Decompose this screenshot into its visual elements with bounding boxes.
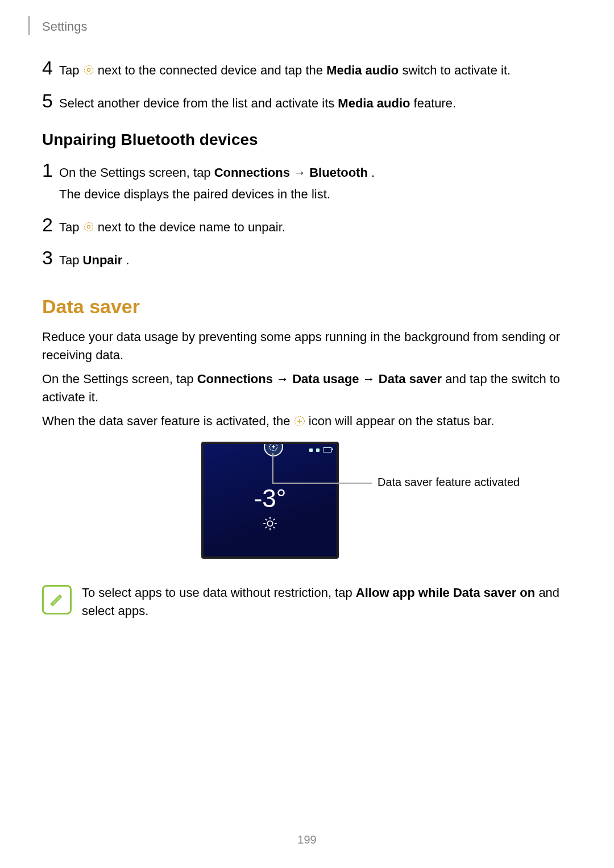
- battery-icon: [323, 447, 332, 452]
- heading-data-saver: Data saver: [42, 296, 572, 318]
- text: feature.: [414, 96, 457, 110]
- text: switch to activate it.: [402, 63, 511, 77]
- phone-frame: -3°: [201, 442, 339, 559]
- phone-center: -3°: [204, 486, 337, 531]
- step-number: 2: [42, 215, 59, 234]
- signal-icon: [316, 448, 320, 452]
- header-divider: [28, 16, 30, 35]
- subheading-unpairing: Unpairing Bluetooth devices: [42, 131, 572, 149]
- step-number: 1: [42, 160, 59, 180]
- step-number: 3: [42, 248, 59, 267]
- para: Reduce your data usage by preventing som…: [42, 328, 572, 364]
- text-bold: Data usage: [292, 372, 359, 386]
- step-number: 4: [42, 58, 59, 77]
- svg-point-2: [84, 223, 93, 231]
- svg-line-11: [265, 519, 267, 520]
- text-bold: Data saver: [379, 372, 442, 386]
- callout-label: Data saver feature activated: [377, 476, 520, 489]
- figure-data-saver: -3°: [42, 442, 572, 578]
- note-body: To select apps to use data without restr…: [82, 584, 572, 620]
- unpair-step-2: 2 Tap next to the device name to unpair.: [42, 215, 572, 240]
- svg-line-12: [273, 527, 275, 528]
- page-number: 199: [0, 833, 614, 846]
- unpair-step-1: 1 On the Settings screen, tap Connection…: [42, 160, 572, 207]
- text-bold: Unpair: [83, 253, 123, 267]
- svg-point-6: [267, 521, 272, 526]
- phone-status-bar: [309, 447, 332, 452]
- text: When the data saver feature is activated…: [42, 414, 294, 428]
- text-bold: Media audio: [326, 63, 399, 77]
- callout-line: [272, 453, 273, 484]
- unpair-step-3: 3 Tap Unpair .: [42, 248, 572, 273]
- text: Tap: [59, 253, 83, 267]
- temperature-value: -3°: [204, 486, 337, 511]
- text: next to the device name to unpair.: [98, 220, 285, 234]
- text: Select another device from the list and …: [59, 96, 338, 110]
- text: On the Settings screen, tap: [42, 372, 197, 386]
- text: →: [276, 372, 292, 386]
- text-bold: Media audio: [338, 96, 410, 110]
- callout-line: [272, 483, 339, 484]
- callout-line: [339, 483, 372, 484]
- svg-line-15: [51, 594, 63, 605]
- text: The device displays the paired devices i…: [59, 185, 572, 203]
- svg-line-14: [273, 519, 275, 520]
- svg-point-3: [87, 225, 90, 228]
- text: To select apps to use data without restr…: [82, 585, 356, 600]
- step-body: Tap Unpair .: [59, 250, 572, 273]
- text-bold: Bluetooth: [309, 165, 368, 180]
- step-body: On the Settings screen, tap Connections …: [59, 163, 572, 207]
- svg-point-0: [84, 66, 93, 74]
- text: →: [293, 165, 309, 180]
- text-bold: Connections: [214, 165, 290, 180]
- text-bold: Connections: [197, 372, 273, 386]
- header-section-label: Settings: [42, 19, 88, 34]
- signal-icon: [309, 448, 313, 452]
- data-saver-icon: [294, 414, 309, 428]
- gear-icon: [83, 220, 98, 234]
- para: On the Settings screen, tap Connections …: [42, 370, 572, 406]
- step-number: 5: [42, 91, 59, 110]
- sun-icon: [262, 516, 278, 531]
- note: To select apps to use data without restr…: [42, 584, 572, 620]
- step-5: 5 Select another device from the list an…: [42, 91, 572, 116]
- text: Tap: [59, 63, 83, 77]
- text: Tap: [59, 220, 83, 234]
- svg-point-1: [87, 68, 90, 71]
- step-body: Tap next to the device name to unpair.: [59, 217, 572, 240]
- data-saver-status-icon: [264, 442, 283, 456]
- step-body: Tap next to the connected device and tap…: [59, 60, 572, 83]
- text: On the Settings screen, tap: [59, 165, 214, 180]
- text: .: [126, 253, 129, 267]
- step-4: 4 Tap next to the connected device and t…: [42, 58, 572, 83]
- text: icon will appear on the status bar.: [309, 414, 495, 428]
- gear-icon: [83, 63, 98, 77]
- page-content: 4 Tap next to the connected device and t…: [42, 58, 572, 620]
- para: When the data saver feature is activated…: [42, 412, 572, 430]
- step-body: Select another device from the list and …: [59, 93, 572, 116]
- svg-line-13: [265, 527, 267, 528]
- text: next to the connected device and tap the: [98, 63, 326, 77]
- text: .: [371, 165, 375, 180]
- text-bold: Allow app while Data saver on: [356, 585, 535, 600]
- text: →: [363, 372, 379, 386]
- note-icon: [42, 585, 72, 614]
